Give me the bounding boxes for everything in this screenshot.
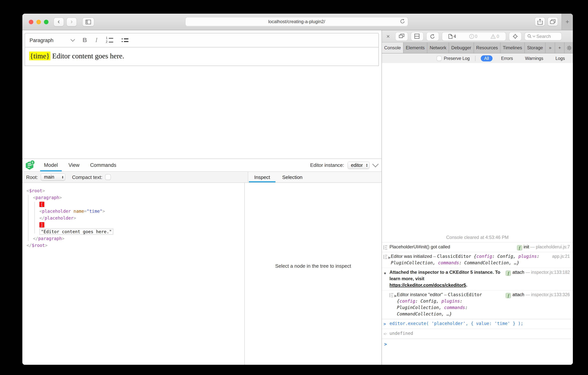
split-console-button[interactable] [411, 32, 423, 40]
message-source-location[interactable]: fattach — inspector.js:133:182 [506, 269, 570, 276]
dock-side-button[interactable] [396, 32, 408, 40]
tab-console[interactable]: Console [382, 43, 403, 53]
disclosure-triangle-icon[interactable]: ▶ [394, 292, 397, 299]
logo-version-badge: 5 [30, 160, 35, 165]
tree-line[interactable]: "Editor content goes here." [22, 228, 244, 235]
tab-resources[interactable]: Resources [474, 43, 501, 53]
console-message: >editor.execute( 'placeholder', { value:… [382, 319, 573, 329]
element-picker-button[interactable] [509, 32, 521, 40]
close-devtools-button[interactable]: × [384, 33, 392, 39]
console-message[interactable]: ▶Editor was initialized – ClassicEditor … [382, 252, 573, 268]
tab-model[interactable]: Model [39, 159, 63, 171]
url-field[interactable]: localhost/creating-a-plugin2/ [185, 17, 408, 26]
message-part: commands [444, 305, 465, 310]
console-link[interactable]: https://ckeditor.com/docs/ckeditor5 [389, 283, 466, 288]
message-source-location[interactable]: fattach — inspector.js:133:326 [506, 292, 570, 298]
message-part: . [466, 283, 467, 288]
close-window-button[interactable] [29, 20, 33, 24]
disclosure-triangle-icon[interactable]: ▶ [388, 254, 391, 261]
message-text: undefined [389, 330, 570, 337]
message-part: – [432, 254, 437, 259]
tree-token-punct [71, 209, 74, 214]
filter-logs[interactable]: Logs [552, 55, 568, 61]
tree-line[interactable]: </placeholder> [22, 215, 244, 221]
source-file-link[interactable]: inspector.js:133:182 [531, 270, 570, 275]
tree-line[interactable]: </$root> [22, 242, 244, 249]
tab-overview-button[interactable] [548, 17, 558, 26]
warning-count: 0 [491, 34, 499, 38]
reload-icon[interactable] [400, 19, 405, 24]
tab-elements[interactable]: Elements [403, 43, 427, 53]
share-button[interactable] [535, 17, 545, 26]
message-part: config [399, 298, 415, 304]
tree-token-punct: </ [27, 243, 32, 248]
minimize-window-button[interactable] [36, 20, 41, 24]
message-part: { [397, 298, 399, 304]
tree-line[interactable]: <placeholder name="time"> [22, 208, 244, 215]
settings-button[interactable] [565, 43, 573, 53]
ckeditor: Paragraph B I 1 2 [25, 33, 379, 66]
log-entry-icon [383, 254, 387, 259]
tab-debugger[interactable]: Debugger [449, 43, 474, 53]
message-part: ClassicEditor [437, 254, 474, 259]
source-file-link[interactable]: inspector.js:133:326 [531, 292, 570, 297]
forward-button[interactable]: › [67, 18, 76, 26]
console-message[interactable]: ▶Editor instance "editor" – ClassicEdito… [382, 290, 573, 319]
filter-warnings[interactable]: Warnings [522, 55, 547, 61]
filter-errors[interactable]: Errors [498, 55, 516, 61]
preserve-log-checkbox[interactable] [437, 56, 441, 61]
source-file-link[interactable]: placeholderui.js:7 [536, 244, 570, 249]
numbered-list-button[interactable]: 1 2 [106, 36, 113, 45]
tab-inspect[interactable]: Inspect [248, 172, 276, 182]
tab-commands[interactable]: Commands [85, 159, 122, 171]
filter-all[interactable]: All [481, 55, 493, 61]
message-gutter: <· [383, 330, 389, 337]
editor-instance-select[interactable]: editor ▲▼ [348, 162, 369, 168]
tree-token-punct: < [33, 195, 36, 200]
bold-button[interactable]: B [83, 36, 87, 45]
tab-selection[interactable]: Selection [276, 172, 309, 182]
tree-line[interactable]: </paragraph> [22, 235, 244, 242]
back-button[interactable]: ‹ [54, 18, 64, 26]
collapse-inspector-icon[interactable] [372, 161, 379, 167]
tree-line[interactable]: ] [22, 221, 244, 228]
editor-content[interactable]: {time} Editor content goes here. [25, 47, 379, 66]
paragraph-dropdown[interactable]: Paragraph [30, 37, 74, 43]
console-message[interactable]: ▼Attached the inspector to a CKEditor 5 … [382, 268, 573, 290]
message-source-location[interactable]: finit — placeholderui.js:7 [517, 244, 570, 250]
ckeditor-toolbar: Paragraph B I 1 2 [25, 33, 379, 47]
compact-text-checkbox[interactable] [105, 174, 111, 180]
tab-overflow-button[interactable]: » [546, 43, 555, 53]
tab-commands-label: Commands [90, 162, 116, 168]
add-tab-button[interactable]: + [555, 43, 565, 53]
placeholder-widget[interactable]: {time} [29, 52, 50, 60]
new-tab-button[interactable]: + [561, 14, 573, 30]
tab-selection-label: Selection [282, 174, 303, 180]
console-input-row[interactable]: > [382, 339, 573, 349]
message-source-location[interactable]: app.js:21 [552, 253, 570, 260]
tab-storage[interactable]: Storage [525, 43, 546, 53]
command-prompt-icon: > [383, 321, 386, 327]
model-tree: <$root><paragraph>[<placeholder name="ti… [22, 182, 244, 249]
devtools-reload-button[interactable] [427, 32, 439, 40]
issues-summary-button[interactable]: 4 0 [442, 32, 506, 40]
search-icon [527, 34, 532, 38]
tree-line[interactable]: <$root> [22, 187, 244, 194]
tab-view[interactable]: View [63, 159, 85, 171]
devtools-search-field[interactable]: Search [525, 33, 561, 40]
root-select[interactable]: main ▲▼ [41, 174, 65, 180]
source-file-link[interactable]: app.js:21 [552, 254, 570, 259]
tree-line[interactable]: [ [22, 201, 244, 208]
bulleted-list-button[interactable] [122, 36, 128, 45]
message-text: editor.execute( 'placeholder', { value: … [389, 320, 570, 327]
tab-network[interactable]: Network [427, 43, 449, 53]
italic-button[interactable]: I [95, 36, 97, 45]
message-text: PlaceholderUI#init() got called [389, 244, 514, 250]
message-gutter: ▶ [383, 253, 391, 261]
tree-line[interactable]: <paragraph> [22, 194, 244, 201]
tab-timelines[interactable]: Timelines [501, 43, 525, 53]
sidebar-toggle-button[interactable] [83, 18, 94, 26]
zoom-window-button[interactable] [44, 20, 49, 24]
root-label: Root: [26, 174, 38, 180]
disclosure-triangle-icon[interactable]: ▼ [383, 270, 387, 277]
